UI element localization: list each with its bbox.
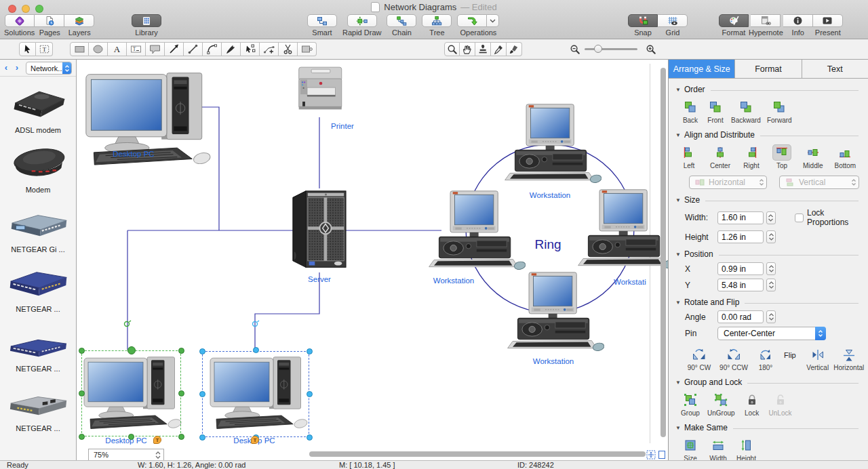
workstation-bottom-shape[interactable] <box>504 271 604 354</box>
drawing-canvas[interactable]: Desktop PC Printer Server Workstation Wo… <box>77 60 668 460</box>
lock-button[interactable]: Lock <box>743 392 762 417</box>
callout-tool-button[interactable] <box>146 42 165 56</box>
horizontal-scrollbar[interactable] <box>309 451 646 457</box>
cursor-tool-button[interactable] <box>19 42 36 56</box>
library-item-netgear-1[interactable]: NETGEAR ... <box>0 256 76 315</box>
distribute-vertical-dropdown[interactable]: Vertical <box>779 176 859 189</box>
selection-box-blue[interactable] <box>202 351 309 437</box>
handle[interactable] <box>128 434 134 440</box>
same-height-button[interactable]: Height <box>736 437 756 462</box>
ellipse-tool-button[interactable] <box>89 42 108 56</box>
disclosure-triangle-icon[interactable]: ▼ <box>675 251 681 258</box>
workstation-right-label[interactable]: Workstati <box>614 278 646 286</box>
stamp-tool-button[interactable] <box>475 42 491 56</box>
tab-format[interactable]: Format <box>735 60 802 78</box>
text-select-tool-button[interactable]: T <box>36 42 53 56</box>
operations-button[interactable]: Operations <box>457 14 499 37</box>
bring-to-front-button[interactable]: Front <box>706 99 725 124</box>
textbox-tool-button[interactable]: T <box>127 42 146 56</box>
library-item-partial[interactable] <box>0 434 76 460</box>
desktop-pc-label[interactable]: Desktop PC <box>113 150 154 158</box>
same-width-button[interactable]: Width <box>709 437 728 462</box>
rectangle-tool-button[interactable] <box>70 42 89 56</box>
handle[interactable] <box>307 348 313 354</box>
same-size-button[interactable]: Size <box>681 437 700 462</box>
rotate-90ccw-button[interactable]: 90° CCW <box>716 346 751 371</box>
handle[interactable] <box>79 434 85 440</box>
workstation-top-label[interactable]: Workstation <box>530 191 571 199</box>
forward-chevron-icon[interactable]: › <box>12 62 22 73</box>
handle[interactable] <box>307 434 313 441</box>
workstation-left-shape[interactable] <box>425 190 526 272</box>
printer-label[interactable]: Printer <box>331 122 354 130</box>
angle-stepper[interactable] <box>766 310 776 323</box>
pen-tool-button[interactable] <box>222 42 241 56</box>
height-input[interactable] <box>717 230 764 243</box>
zoom-slider-track[interactable] <box>585 48 637 50</box>
height-stepper[interactable] <box>766 230 776 243</box>
align-left-button[interactable]: Left <box>679 144 698 169</box>
disclosure-triangle-icon[interactable]: ▼ <box>675 380 681 386</box>
operations-dropdown-button[interactable] <box>487 14 499 27</box>
align-right-button[interactable]: Right <box>742 144 761 169</box>
distribute-horizontal-dropdown[interactable]: Horizontal <box>689 176 767 189</box>
pages-button[interactable]: Pages <box>35 14 64 37</box>
library-dropdown[interactable]: Network... <box>26 62 72 75</box>
disclosure-triangle-icon[interactable]: ▼ <box>675 300 681 306</box>
y-input[interactable] <box>717 279 764 291</box>
grid-button[interactable]: Grid <box>658 14 688 37</box>
node-edit-tool-button[interactable] <box>241 42 260 56</box>
handle[interactable] <box>127 346 136 354</box>
connect-shape-tool-button[interactable] <box>298 42 317 56</box>
workstation-bottom-label[interactable]: Workstation <box>533 357 574 365</box>
text-tool-button[interactable]: A <box>108 42 127 56</box>
y-stepper[interactable] <box>766 279 776 291</box>
handle[interactable] <box>79 348 85 354</box>
width-input[interactable] <box>717 211 764 224</box>
zoom-in-icon[interactable] <box>646 44 656 55</box>
workstation-top-shape[interactable] <box>501 103 601 186</box>
zoom-stepper-icon[interactable] <box>155 450 161 460</box>
x-input[interactable] <box>717 262 764 275</box>
handle[interactable] <box>178 434 184 440</box>
lock-proportions-checkbox[interactable]: Lock Proportions <box>795 208 868 227</box>
workstation-right-shape[interactable] <box>574 188 668 271</box>
canvas-zoom-dropdown[interactable]: 75% <box>88 449 164 460</box>
ring-label[interactable]: Ring <box>534 237 561 252</box>
server-label[interactable]: Server <box>308 275 331 283</box>
angle-input[interactable] <box>717 310 764 323</box>
unlock-button[interactable]: UnLock <box>769 392 792 417</box>
handle[interactable] <box>199 391 205 397</box>
format-button[interactable]: Format <box>719 14 749 37</box>
info-button[interactable]: Info <box>783 14 813 37</box>
rotate-180-button[interactable]: 180° <box>751 346 780 371</box>
brush-tool-button[interactable] <box>507 42 522 56</box>
pan-corner-icon[interactable] <box>646 450 656 460</box>
width-stepper[interactable] <box>766 211 776 224</box>
handle[interactable] <box>178 390 184 396</box>
tree-button[interactable]: Tree <box>422 14 452 37</box>
zoom-tool-button[interactable] <box>444 42 460 56</box>
printer-shape[interactable] <box>294 65 348 115</box>
eyedropper-tool-button[interactable] <box>491 42 507 56</box>
pin-dropdown[interactable]: Center-Center <box>717 327 826 340</box>
send-to-back-button[interactable]: Back <box>681 99 700 124</box>
knife-tool-button[interactable] <box>279 42 298 56</box>
library-item-modem[interactable]: Modem <box>0 136 76 196</box>
selected-pc-1-label[interactable]: Desktop PC <box>105 436 146 445</box>
flip-horizontal-button[interactable]: Horizontal <box>833 346 865 371</box>
solutions-button[interactable]: Solutions <box>4 14 35 37</box>
workstation-left-label[interactable]: Workstation <box>433 277 475 285</box>
selection-box-green[interactable] <box>81 350 181 436</box>
handle[interactable] <box>199 434 205 441</box>
tab-arrange-size[interactable]: Arrange & Size <box>669 60 735 78</box>
pan-tool-button[interactable] <box>460 42 475 56</box>
send-backward-button[interactable]: Backward <box>731 99 761 124</box>
zoom-slider-thumb[interactable] <box>594 45 602 53</box>
handle[interactable] <box>199 348 205 354</box>
add-point-tool-button[interactable] <box>260 42 279 56</box>
bring-forward-button[interactable]: Forward <box>767 99 792 124</box>
ungroup-button[interactable]: UnGroup <box>707 392 735 417</box>
disclosure-triangle-icon[interactable]: ▼ <box>675 132 681 138</box>
library-item-netgear-2[interactable]: NETGEAR ... <box>0 315 76 375</box>
